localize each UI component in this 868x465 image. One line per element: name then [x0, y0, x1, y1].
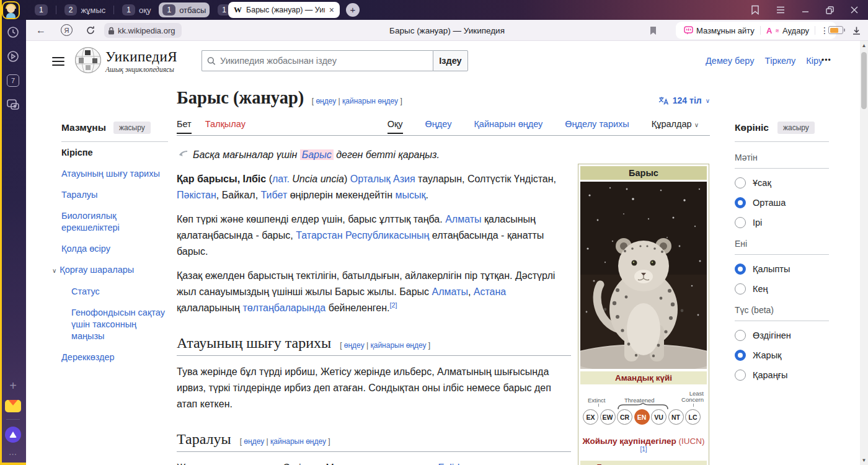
radio-unselected[interactable]: [735, 177, 746, 188]
battery-icon[interactable]: [828, 26, 843, 34]
toc-item-references[interactable]: Дереккөздер: [61, 347, 168, 368]
wikipedia-logo[interactable]: [74, 46, 102, 76]
bookmark-icon[interactable]: [649, 20, 657, 41]
scrollbar[interactable]: ▲ ▼: [860, 41, 868, 465]
tab-history[interactable]: Өңделу тарихы: [565, 119, 629, 134]
tab-edit[interactable]: Өңдеу: [425, 119, 452, 134]
history-icon[interactable]: [6, 25, 20, 40]
tab-title: Барыс (жануар) — Уик: [246, 6, 325, 14]
scroll-up-icon[interactable]: ▲: [861, 43, 867, 48]
scroll-down-icon[interactable]: ▼: [861, 458, 867, 463]
video-play-icon[interactable]: [6, 49, 20, 64]
mail-icon[interactable]: [5, 400, 21, 412]
section-edit-source-link[interactable]: қайнарын өңдеу: [270, 437, 326, 446]
snow-leopard-photo[interactable]: [580, 182, 707, 369]
radio-selected[interactable]: [735, 264, 746, 275]
back-icon[interactable]: ←: [36, 20, 46, 41]
tab-talk[interactable]: Талқылау: [205, 119, 246, 133]
section-edit-source-link[interactable]: қайнарын өңдеу: [370, 341, 426, 350]
restore-icon[interactable]: [826, 6, 834, 14]
toc-item-biology[interactable]: Биологиялық ерекшеліктері: [61, 205, 168, 238]
toc-item-distribution[interactable]: Таралуы: [61, 184, 168, 205]
screenshot-icon[interactable]: [6, 97, 20, 112]
option-text-small[interactable]: Ұсақ: [735, 177, 829, 188]
tab-group-study[interactable]: 1 оқу: [118, 2, 154, 17]
wikipedia-wordmark[interactable]: УикипедиЯ Ашық энциклопедиясы: [105, 49, 177, 73]
radio-unselected[interactable]: [735, 217, 746, 228]
wiki-search-input[interactable]: [220, 56, 428, 66]
browser-menu-icon[interactable]: [776, 6, 785, 14]
iucn-link[interactable]: (IUCN): [678, 436, 704, 446]
toc-item-status[interactable]: Статус: [61, 281, 168, 302]
login-link[interactable]: Кіру: [806, 56, 823, 66]
option-width-wide[interactable]: Кең: [735, 283, 829, 294]
url-pill[interactable]: kk.wikipedia.org: [104, 23, 182, 38]
section-heading-distribution: Таралуы [ өңдеу | қайнарын өңдеу ]: [177, 431, 571, 452]
group-separator: [56, 6, 56, 14]
yandex-search-icon[interactable]: Я: [61, 24, 73, 36]
translate-label: Аудару: [782, 26, 809, 35]
download-icon[interactable]: [852, 20, 861, 41]
close-icon[interactable]: [851, 6, 858, 14]
edit-link[interactable]: өңдеу: [316, 97, 336, 105]
tab-group-work[interactable]: 2 жұмыс: [61, 2, 110, 17]
intro-paragraph: Көп түркі және көшпенді елдер үшін, бары…: [177, 211, 571, 260]
option-color-auto[interactable]: Өздігінен: [735, 330, 829, 341]
option-color-dark[interactable]: Қараңғы: [735, 370, 829, 381]
translate-button[interactable]: А≋ Аудару: [761, 22, 815, 39]
tab-read[interactable]: Оқу: [388, 119, 403, 134]
sidebar-more-icon[interactable]: ⋯: [9, 450, 17, 459]
tab-tools[interactable]: Құралдар ∨: [652, 119, 699, 134]
read-aloud-button[interactable]: Мазмұнын айту: [678, 22, 760, 39]
tab-group-family-active[interactable]: 1 отбасы: [159, 2, 210, 17]
profile-avatar[interactable]: [2, 1, 20, 19]
toc-hide-button[interactable]: жасыру: [113, 122, 151, 134]
donate-link[interactable]: Демеу беру: [706, 56, 754, 66]
radio-unselected[interactable]: [735, 370, 746, 381]
radio-selected[interactable]: [735, 350, 746, 361]
reference-link[interactable]: [1]: [640, 446, 647, 453]
tab-group-collapsed[interactable]: 1: [31, 2, 51, 17]
tab-counter-badge[interactable]: 7: [6, 73, 20, 88]
option-width-standard[interactable]: Қалыпты: [735, 264, 829, 275]
toc-item-etymology[interactable]: Атауының шығу тарихы: [61, 163, 168, 184]
new-tab-button[interactable]: +: [346, 3, 360, 17]
toc-item-protection[interactable]: ∨Қорғау шаралары: [52, 259, 168, 281]
appearance-hide-button[interactable]: жасыру: [777, 122, 815, 134]
option-text-large[interactable]: Ірі: [735, 217, 829, 228]
toc-item-intro[interactable]: Кіріспе: [61, 142, 168, 163]
radio-selected[interactable]: [735, 197, 746, 208]
alice-assistant-icon[interactable]: [5, 427, 21, 443]
minimize-icon[interactable]: [802, 6, 809, 14]
tab-close-icon[interactable]: ×: [329, 5, 334, 15]
status-code: NT: [668, 409, 684, 425]
toc-item-genofund[interactable]: Генофондысын сақтау үшін таксонның маңыз…: [61, 302, 168, 347]
wordmark-tagline: Ашық энциклопедиясы: [105, 66, 177, 73]
sidebar-add-icon[interactable]: +: [9, 379, 17, 393]
option-color-light[interactable]: Жарық: [735, 350, 829, 361]
main-menu-icon[interactable]: [52, 57, 64, 66]
language-selector[interactable]: 124 тіл ∨: [658, 95, 710, 105]
reload-icon[interactable]: [86, 20, 95, 41]
scrollbar-thumb[interactable]: [861, 52, 867, 109]
section-edit-link[interactable]: өңдеу: [344, 341, 365, 350]
active-tab[interactable]: W Барыс (жануар) — Уик ×: [228, 2, 340, 18]
side-panel-icon[interactable]: [751, 5, 760, 15]
width-group-label: Ені: [735, 239, 829, 255]
tab-edit-source[interactable]: Қайнарын өңдеу: [474, 119, 542, 134]
section-edit-link[interactable]: өңдеу: [244, 437, 264, 446]
hatnote: Басқа мағыналар үшін Барыс деген бетті қ…: [177, 147, 571, 163]
tab-page[interactable]: Бет: [177, 119, 192, 134]
user-menu-icon[interactable]: •••: [822, 56, 831, 64]
search-button[interactable]: Іздеу: [433, 50, 468, 71]
text-size-group-label: Мәтін: [735, 153, 829, 169]
status-code: EX: [583, 409, 598, 425]
toc-item-captivity[interactable]: Қолда өсіру: [61, 238, 168, 259]
status-code: LC: [685, 409, 701, 425]
option-text-standard[interactable]: Орташа: [735, 197, 829, 208]
radio-unselected[interactable]: [735, 330, 746, 341]
chevron-down-icon[interactable]: ∨: [52, 267, 56, 274]
edit-source-link[interactable]: қайнарын өңдеу: [342, 97, 398, 105]
register-link[interactable]: Тіркелу: [764, 56, 795, 66]
radio-unselected[interactable]: [735, 283, 746, 294]
